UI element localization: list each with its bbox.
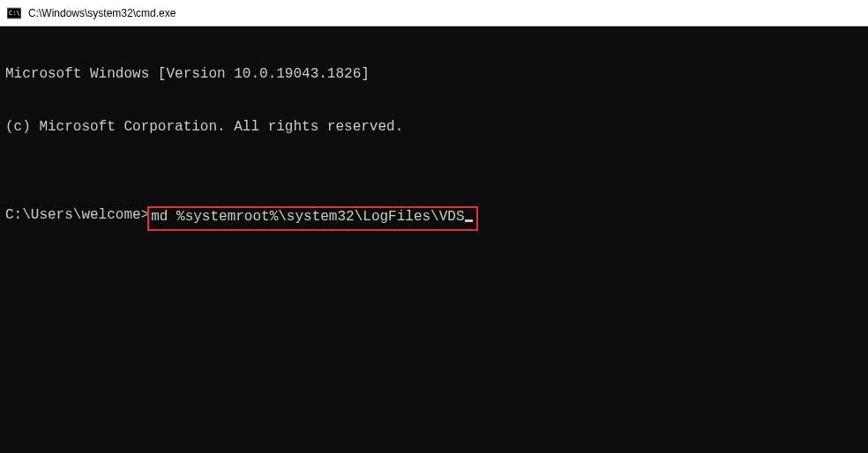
- terminal-area[interactable]: Microsoft Windows [Version 10.0.19043.18…: [0, 26, 868, 453]
- cmd-icon: C:\: [7, 6, 21, 20]
- version-line: Microsoft Windows [Version 10.0.19043.18…: [5, 65, 863, 83]
- title-bar[interactable]: C:\ C:\Windows\system32\cmd.exe: [0, 0, 868, 26]
- copyright-line: (c) Microsoft Corporation. All rights re…: [5, 118, 863, 136]
- cmd-window: C:\ C:\Windows\system32\cmd.exe Microsof…: [0, 0, 868, 453]
- command-highlight: md %systemroot%\system32\LogFiles\VDS: [147, 206, 477, 231]
- cursor: [465, 219, 473, 222]
- svg-text:C:\: C:\: [9, 10, 20, 17]
- window-title: C:\Windows\system32\cmd.exe: [28, 7, 176, 19]
- command-text[interactable]: md %systemroot%\system32\LogFiles\VDS: [151, 209, 464, 225]
- prompt-line: C:\Users\welcome>md %systemroot%\system3…: [5, 206, 863, 231]
- prompt-text: C:\Users\welcome>: [5, 206, 149, 224]
